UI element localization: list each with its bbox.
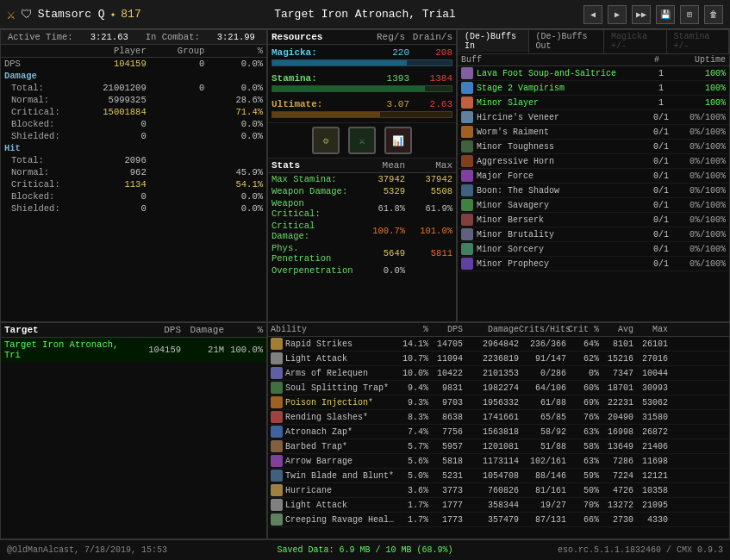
ability-crit-pct: 58% <box>566 442 599 451</box>
buff-uptime: 0%/100% <box>674 113 726 122</box>
buff-name: Minor Prophecy <box>477 259 648 269</box>
active-time-val: 3:21.63 <box>90 32 128 42</box>
ability-crits: 236/366 <box>519 339 566 349</box>
ability-row: Hurricane 3.6% 3773 760826 81/161 50% 47… <box>268 483 729 498</box>
tab-magicka[interactable]: Magicka +/- <box>604 30 666 53</box>
ability-avg: 13649 <box>599 442 633 451</box>
ability-max: 53062 <box>633 398 668 408</box>
ability-crit-pct: 0% <box>566 369 599 378</box>
stats-detail-table: Max Stamina: 37942 37942 Weapon Damage: … <box>268 173 456 277</box>
drains-label: Drain/s <box>405 32 452 42</box>
buff-count: 0/1 <box>648 128 674 137</box>
hit-shielded-player: 0 <box>64 202 150 215</box>
ability-crits: 51/88 <box>519 442 566 451</box>
ability-icon <box>271 396 283 408</box>
buff-row: Stage 2 Vampirism1100% <box>458 81 729 96</box>
col-group: Group <box>150 45 209 58</box>
ability-pct: 10.0% <box>396 369 428 378</box>
settings-button[interactable]: ⊞ <box>680 5 699 24</box>
dps-label: DPS <box>1 58 64 71</box>
save-button[interactable]: 💾 <box>656 5 675 24</box>
ability-icon <box>271 440 283 452</box>
ability-dps: 5231 <box>428 471 463 481</box>
ability-damage: 760826 <box>463 486 519 495</box>
target-name: Target Iron Atronach, Tri <box>4 339 129 360</box>
buff-icon <box>461 67 473 79</box>
hit-shielded-row: Shielded: 0 0.0% <box>1 202 266 215</box>
ability-icon <box>271 426 283 438</box>
target-row[interactable]: Target Iron Atronach, Tri 104159 21M 100… <box>1 338 266 362</box>
ability-max: 4330 <box>633 515 668 525</box>
overpenetration-label: Overpenetration <box>268 264 357 277</box>
buff-icon <box>461 243 473 255</box>
ability-damage: 2964842 <box>463 339 519 349</box>
ability-col-name: Ability <box>271 325 396 334</box>
ability-crits: 88/146 <box>519 471 566 481</box>
damage-shielded-row: Shielded: 0 0.0% <box>1 130 266 142</box>
topbar-title: Target Iron Atronach, Trial <box>246 8 484 21</box>
ability-dps: 1777 <box>428 501 463 510</box>
ultimate-reg: 3.07 <box>332 99 409 109</box>
damage-blocked-player: 0 <box>64 118 150 130</box>
magicka-reg: 220 <box>332 47 409 58</box>
topbar: ⚔ 🛡 Stamsorc Q ✦ 817 Target Iron Atronac… <box>0 0 730 29</box>
target-pct: 100.0% <box>224 345 263 355</box>
ability-icon <box>271 513 283 526</box>
ability-row: Arrow Barrage 5.6% 5818 1173114 102/161 … <box>268 454 729 469</box>
ability-avg: 20490 <box>599 413 633 422</box>
nav-next-button[interactable]: ▶ <box>608 5 627 24</box>
buff-count: 0/1 <box>648 186 674 196</box>
buff-row: Aggressive Horn0/10%/100% <box>458 154 729 169</box>
ability-max: 31580 <box>633 413 668 422</box>
ability-crits: 58/92 <box>519 427 566 437</box>
damage-section-header: Damage <box>1 70 266 82</box>
tab-stamina[interactable]: Stamina +/- <box>667 30 729 53</box>
nav-prev-button[interactable]: ◀ <box>583 5 602 24</box>
max-label: Max <box>405 160 452 171</box>
buff-icon <box>461 126 473 138</box>
ability-icon <box>271 470 283 482</box>
buffs-panel: (De-)Buffs In (De-)Buffs Out Magicka +/-… <box>457 29 730 322</box>
ability-avg: 7286 <box>599 457 633 466</box>
resources-header: Resources Reg/s Drain/s <box>268 30 456 45</box>
buff-uptime: 100% <box>674 84 726 93</box>
statusbar-right: eso.rc.5.1.1.1832460 / CMX 0.9.3 <box>484 545 723 555</box>
statusbar-center: Saved Data: 6.9 MB / 10 MB (68.9%) <box>246 545 484 555</box>
ability-icon <box>271 352 283 364</box>
ability-max: 11698 <box>633 457 668 466</box>
dps-group: 0 <box>150 58 209 71</box>
nav-skip-button[interactable]: ▶▶ <box>632 5 651 24</box>
ability-dps: 11094 <box>428 354 463 364</box>
stats-panel: Active Time: 3:21.63 In Combat: 3:21.99 … <box>0 29 267 322</box>
overpenetration-row: Overpenetration 0.0% <box>268 264 456 277</box>
tab-debuffs-out[interactable]: (De-)Buffs Out <box>529 30 605 53</box>
ability-row: Rending Slashes* 8.3% 8638 1741661 65/85… <box>268 410 729 425</box>
stats-title: Stats <box>271 160 353 171</box>
ability-name: Atronach Zap* <box>285 427 353 437</box>
close-button[interactable]: 🗑 <box>704 5 723 24</box>
ability-crit-pct: 60% <box>566 383 599 393</box>
tab-debuffs-in[interactable]: (De-)Buffs In <box>458 30 529 53</box>
right-top: Resources Reg/s Drain/s Magicka: 220 208 <box>267 29 730 322</box>
ability-icon <box>271 455 283 467</box>
buff-icon <box>461 170 473 182</box>
ability-name: Arms of Relequen <box>285 369 368 378</box>
weapon-critical-label: Weapon Critical: <box>268 197 357 220</box>
critical-damage-mean: 100.7% <box>357 220 409 242</box>
weapon-damage-max: 5508 <box>409 185 456 197</box>
ability-crits: 64/106 <box>519 383 566 393</box>
target-title: Target <box>4 325 129 335</box>
overpenetration-mean: 0.0% <box>357 264 409 277</box>
ability-crits: 91/147 <box>519 354 566 364</box>
page-wrapper: ⚔ 🛡 Stamsorc Q ✦ 817 Target Iron Atronac… <box>0 0 730 560</box>
hit-total-player: 2096 <box>64 154 150 166</box>
ability-name: Poison Injection* <box>285 398 373 408</box>
buff-uptime: 0%/100% <box>674 171 726 181</box>
statusbar-left: @OldManAlcast, 7/18/2019, 15:53 <box>7 545 246 555</box>
ability-damage: 1563818 <box>463 427 519 437</box>
ability-dps: 3773 <box>428 486 463 495</box>
abilities-header: Ability % DPS Damage Crits/Hits Crit % A… <box>268 323 729 337</box>
ability-name: Light Attack <box>285 501 347 510</box>
buff-uptime: 0%/100% <box>674 128 726 137</box>
in-combat-val: 3:21.99 <box>217 32 255 42</box>
